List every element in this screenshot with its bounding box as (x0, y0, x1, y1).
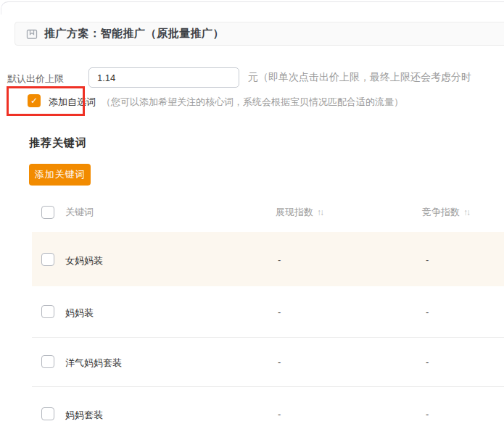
select-all-checkbox[interactable] (41, 206, 54, 219)
row-checkbox[interactable] (41, 407, 54, 420)
bid-limit-label: 默认出价上限 (7, 72, 64, 86)
sort-arrows-icon[interactable]: ↑↓ (463, 207, 469, 217)
row-checkbox[interactable] (41, 305, 54, 318)
row-checkbox[interactable] (41, 253, 54, 266)
bid-limit-input[interactable] (88, 67, 239, 88)
competition-index-cell: - (426, 307, 429, 317)
impression-index-cell: - (278, 357, 281, 367)
keyword-cell: 妈妈套装 (65, 409, 103, 422)
keyword-cell: 妈妈装 (65, 307, 94, 320)
panel-top-border (1, 1, 504, 14)
column-header-keyword: 关键词 (65, 206, 94, 219)
plan-header-bar: 推广方案：智能推广（原批量推广） (15, 22, 504, 46)
add-custom-words-label[interactable]: 添加自选词 (49, 96, 96, 109)
add-custom-words-checkbox[interactable]: ✓ (28, 94, 41, 107)
table-row: 妈妈装 - - (0, 286, 504, 337)
table-row: 洋气妈妈套装 - - (0, 337, 504, 386)
keyword-table-header: 关键词 展现指数↑↓ 竞争指数↑↓ (0, 199, 504, 232)
competition-index-cell: - (426, 357, 429, 367)
sort-arrows-icon[interactable]: ↑↓ (317, 207, 323, 217)
plan-title: 推广方案：智能推广（原批量推广） (44, 27, 224, 41)
impression-index-cell: - (278, 409, 281, 420)
keyword-cell: 洋气妈妈套装 (65, 357, 122, 370)
bookmark-icon (26, 28, 38, 40)
bid-unit-note: 元（即单次点击出价上限，最终上限还会考虑分时 (248, 71, 471, 84)
check-icon: ✓ (30, 96, 38, 105)
promotion-settings-panel: 推广方案：智能推广（原批量推广） 默认出价上限 元（即单次点击出价上限，最终上限… (0, 0, 504, 437)
add-custom-words-note: （您可以添加希望关注的核心词，系统会根据宝贝情况匹配合适的流量） (102, 96, 403, 109)
column-header-impression-index[interactable]: 展现指数↑↓ (276, 206, 323, 219)
recommended-keywords-title: 推荐关键词 (29, 136, 87, 150)
competition-index-cell: - (426, 409, 429, 420)
column-header-competition-index[interactable]: 竞争指数↑↓ (422, 206, 469, 219)
row-checkbox[interactable] (41, 355, 54, 368)
keyword-cell: 女妈妈装 (65, 254, 103, 267)
table-row: 妈妈套装 - - (0, 386, 504, 437)
impression-index-cell: - (278, 307, 281, 317)
add-keyword-button[interactable]: 添加关键词 (29, 164, 91, 186)
competition-index-cell: - (426, 254, 429, 265)
table-row: 女妈妈装 - - (0, 232, 504, 286)
impression-index-cell: - (278, 254, 281, 265)
